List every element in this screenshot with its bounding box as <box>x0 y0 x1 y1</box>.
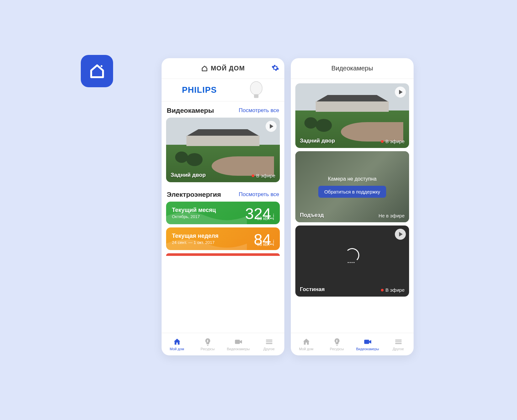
tab-home[interactable]: Мой дом <box>291 333 322 355</box>
live-dot-icon <box>252 174 254 177</box>
svg-rect-8 <box>364 340 369 344</box>
cameras-see-all-link[interactable]: Посмотреть все <box>239 107 279 114</box>
camera-card-livingroom[interactable]: Гостиная В эфире <box>295 226 409 297</box>
gear-icon <box>271 64 279 72</box>
svg-point-2 <box>250 81 262 95</box>
home-icon <box>173 338 181 346</box>
tab-bar: Мой дом Ресурсы Видеокамеры Другое <box>291 333 414 355</box>
live-dot-icon <box>381 289 384 291</box>
svg-rect-3 <box>254 94 258 98</box>
bulb-icon <box>248 81 264 100</box>
loading-spinner-icon <box>345 248 359 262</box>
energy-week-unit: 63 кВт•ч <box>257 242 274 247</box>
svg-point-0 <box>100 65 102 67</box>
camera-name: Гостиная <box>300 286 325 293</box>
tab-resources[interactable]: Ресурсы <box>322 333 352 355</box>
app-icon <box>81 55 113 87</box>
phone-cameras: Видеокамеры Задний двор В эфире Камера н… <box>291 58 414 355</box>
menu-icon <box>265 338 273 346</box>
header: Видеокамеры <box>291 58 414 79</box>
tab-cameras[interactable]: Видеокамеры <box>223 333 254 355</box>
home-content: PHILIPS Видеокамеры Посмотреть все Задни… <box>162 79 284 333</box>
live-status: В эфире <box>252 173 275 178</box>
page-title: МОЙ ДОМ <box>201 65 245 72</box>
tab-other[interactable]: Другое <box>254 333 284 355</box>
camera-error-text: Камера не доступна <box>295 176 409 182</box>
tab-bar: Мой дом Ресурсы Видеокамеры Другое <box>162 333 284 355</box>
tab-cameras[interactable]: Видеокамеры <box>352 333 383 355</box>
camera-name: Подъезд <box>300 212 324 218</box>
energy-see-all-link[interactable]: Посмотреть все <box>239 191 279 198</box>
live-status: В эфире <box>381 139 405 144</box>
promo-brand-text: PHILIPS <box>182 85 217 95</box>
tab-other[interactable]: Другое <box>383 333 414 355</box>
camera-icon <box>234 338 243 346</box>
camera-icon <box>364 338 372 346</box>
bulb-tab-icon <box>204 338 212 346</box>
cameras-section-header: Видеокамеры Посмотреть все <box>166 101 280 118</box>
camera-error-overlay: Камера не доступна Обратиться в поддержк… <box>295 176 409 198</box>
contact-support-button[interactable]: Обратиться в поддержку <box>318 186 386 198</box>
settings-button[interactable] <box>271 64 279 73</box>
play-button[interactable] <box>266 121 277 132</box>
promo-banner[interactable]: PHILIPS <box>162 79 284 101</box>
camera-name: Задний двор <box>300 138 335 144</box>
energy-card-peek <box>166 253 280 256</box>
play-button[interactable] <box>395 229 406 240</box>
cameras-content: Задний двор В эфире Камера не доступна О… <box>291 79 414 333</box>
header: МОЙ ДОМ <box>162 58 284 79</box>
energy-month-unit: 63 кВт•ч <box>257 216 274 221</box>
page-title: Видеокамеры <box>331 65 373 72</box>
energy-card-week[interactable]: Текущая неделя 24 сент. — 1 окт. 2017 84… <box>166 227 280 250</box>
home-icon <box>302 338 311 346</box>
header-title-text: МОЙ ДОМ <box>211 65 245 72</box>
phone-home: МОЙ ДОМ PHILIPS Видеокамеры Посмотреть в… <box>162 58 284 355</box>
camera-card-backyard[interactable]: Задний двор В эфире <box>295 83 409 148</box>
energy-section-header: Электроэнергия Посмотреть все <box>166 185 280 202</box>
live-status: В эфире <box>381 287 405 293</box>
live-dot-icon <box>381 140 384 143</box>
showcase-canvas: МОЙ ДОМ PHILIPS Видеокамеры Посмотреть в… <box>65 42 452 378</box>
home-logo-icon <box>201 65 208 72</box>
camera-name: Задний двор <box>171 172 206 178</box>
bulb-tab-icon <box>333 338 341 346</box>
tab-resources[interactable]: Ресурсы <box>192 333 223 355</box>
camera-card-backyard[interactable]: Задний двор В эфире <box>166 118 280 182</box>
cameras-section-title: Видеокамеры <box>167 107 214 114</box>
menu-icon <box>394 338 403 346</box>
play-button[interactable] <box>395 87 406 98</box>
offline-status: Не в эфире <box>378 213 405 218</box>
camera-card-entrance[interactable]: Камера не доступна Обратиться в поддержк… <box>295 151 409 222</box>
svg-rect-4 <box>235 340 240 344</box>
energy-section-title: Электроэнергия <box>167 191 221 198</box>
energy-card-month[interactable]: Текущий месяц Октябрь, 2017 324i 63 кВт•… <box>166 202 280 224</box>
svg-point-1 <box>206 66 207 67</box>
tab-home[interactable]: Мой дом <box>162 333 192 355</box>
